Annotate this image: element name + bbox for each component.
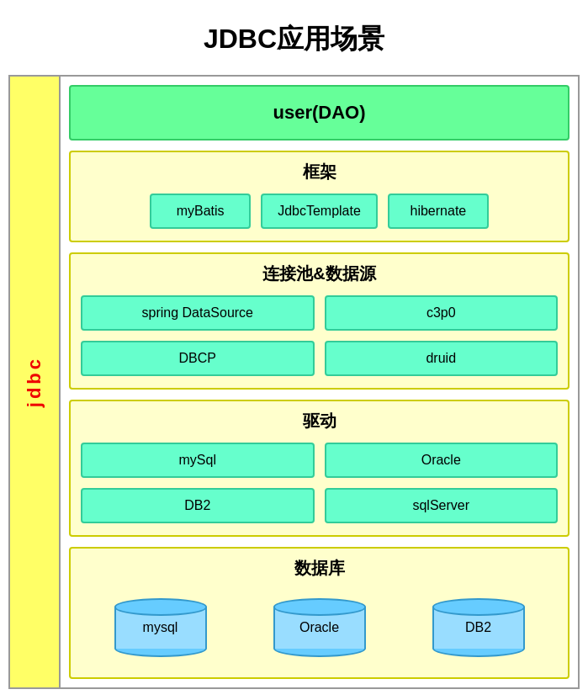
- database-section: 数据库 mysql Oracle: [69, 547, 569, 679]
- connection-pool-grid: spring DataSource c3p0 DBCP druid: [81, 295, 558, 376]
- jdbc-label-col: jdbc: [10, 77, 61, 687]
- database-title: 数据库: [81, 557, 558, 580]
- driver-item-1: Oracle: [325, 443, 559, 478]
- framework-item-2: hibernate: [388, 194, 489, 229]
- connection-pool-title: 连接池&数据源: [81, 262, 558, 285]
- db-cylinder-0: mysql: [114, 598, 207, 657]
- driver-grid: mySql Oracle DB2 sqlServer: [81, 443, 558, 523]
- cp-item-0: spring DataSource: [81, 295, 315, 331]
- cp-item-3: druid: [325, 341, 559, 376]
- db-cylinder-2: DB2: [432, 598, 525, 657]
- main-container: jdbc user(DAO) 框架 myBatis JdbcTemplate h…: [8, 75, 580, 689]
- framework-items-row: myBatis JdbcTemplate hibernate: [81, 194, 558, 229]
- driver-item-3: sqlServer: [325, 488, 559, 523]
- framework-item-1: JdbcTemplate: [261, 194, 378, 229]
- framework-item-0: myBatis: [150, 194, 251, 229]
- right-col: user(DAO) 框架 myBatis JdbcTemplate hibern…: [61, 77, 578, 687]
- cylinder-container: mysql Oracle DB2: [81, 590, 558, 666]
- connection-pool-section: 连接池&数据源 spring DataSource c3p0 DBCP drui…: [69, 252, 569, 390]
- driver-section: 驱动 mySql Oracle DB2 sqlServer: [69, 400, 569, 537]
- db-cylinder-1: Oracle: [273, 598, 366, 657]
- driver-item-2: DB2: [81, 488, 315, 523]
- driver-item-0: mySql: [81, 443, 315, 478]
- cp-item-1: c3p0: [325, 295, 559, 331]
- user-dao-block: user(DAO): [69, 85, 569, 141]
- framework-section: 框架 myBatis JdbcTemplate hibernate: [69, 151, 569, 242]
- driver-title: 驱动: [81, 410, 558, 432]
- jdbc-label: jdbc: [24, 356, 45, 407]
- cp-item-2: DBCP: [81, 341, 315, 376]
- framework-title: 框架: [81, 161, 558, 183]
- page-title: JDBC应用场景: [8, 8, 580, 75]
